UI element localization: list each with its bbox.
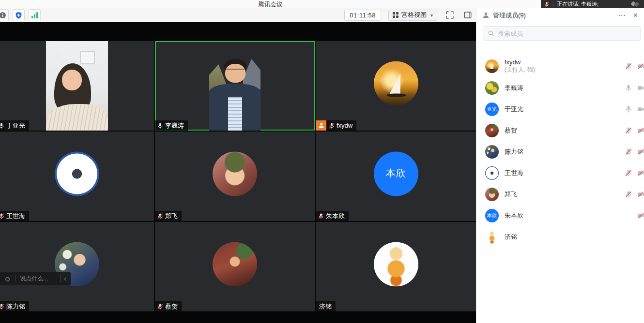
member-name: 济铭 <box>505 233 517 241</box>
member-name: 蔡贺 <box>505 127 517 134</box>
member-avatar <box>485 145 499 159</box>
meeting-window: 腾讯会议 正在讲话: 李巍涛; 01:11:58 宫格视图 ▾ <box>0 0 644 323</box>
close-panel-button[interactable]: ✕ <box>633 12 638 18</box>
side-panel-toggle-button[interactable] <box>462 10 473 20</box>
avatar: 本欣 <box>374 151 418 196</box>
video-feed <box>209 41 261 131</box>
mic-muted-icon <box>157 213 164 220</box>
members-panel: 管理成员(9) ⋯ ✕ fxydw (主持人, 我) <box>476 8 644 323</box>
divider <box>61 275 61 282</box>
meeting-logo-icon <box>630 1 641 7</box>
fullscreen-icon <box>445 11 454 19</box>
mic-muted-icon <box>157 303 164 310</box>
member-name: 于亚光 <box>505 105 523 113</box>
tile-name-label: 蔡贺 <box>155 301 182 311</box>
camera-icon[interactable] <box>637 106 644 113</box>
camera-muted-icon[interactable] <box>637 212 644 220</box>
member-row-zhubenxin[interactable]: 本欣 朱本欣 <box>476 205 644 226</box>
mic-muted-icon <box>328 122 335 129</box>
member-row-liweitao[interactable]: 李巍涛 <box>476 77 644 99</box>
camera-icon[interactable] <box>637 85 644 92</box>
camera-muted-icon[interactable] <box>637 148 644 156</box>
mic-muted-icon <box>544 1 550 7</box>
member-row-yuyaguang[interactable]: 亚光 于亚光 <box>476 99 644 120</box>
video-tile-wangshihai[interactable]: 王世海 <box>0 132 154 221</box>
tile-name-label: 朱本欣 <box>316 211 349 221</box>
mic-muted-icon[interactable] <box>625 169 632 177</box>
member-avatar <box>485 124 499 137</box>
info-icon <box>0 12 6 19</box>
member-row-caihe[interactable]: 蔡贺 <box>476 120 644 141</box>
chat-input[interactable]: 说点什么... <box>15 275 61 283</box>
video-tile-jiming[interactable]: 济铭 <box>316 222 476 311</box>
video-tile-zhengfei[interactable]: 郑飞 <box>155 132 315 221</box>
member-name: 朱本欣 <box>505 212 523 220</box>
mic-muted-icon[interactable] <box>625 127 632 134</box>
member-row-chenliming[interactable]: 陈力铭 <box>476 141 644 162</box>
camera-muted-icon[interactable] <box>637 191 644 198</box>
mic-on-icon[interactable] <box>625 84 632 92</box>
member-name: 陈力铭 <box>505 148 523 156</box>
tile-name-label: 济铭 <box>316 301 336 311</box>
divider <box>553 2 553 7</box>
view-mode-dropdown[interactable]: 宫格视图 ▾ <box>388 10 437 21</box>
meeting-security-button[interactable] <box>13 9 25 21</box>
video-tile-liweitao[interactable]: 李巍涛 <box>155 41 315 131</box>
mic-on-icon[interactable] <box>625 105 632 113</box>
member-avatar <box>485 230 499 244</box>
search-icon <box>488 30 494 37</box>
video-tile-caihe[interactable]: 蔡贺 <box>155 222 315 311</box>
tile-name-label: 郑飞 <box>155 211 182 221</box>
member-row-zhengfei[interactable]: 郑飞 <box>476 184 644 205</box>
emoji-icon[interactable]: ☺ <box>4 275 11 283</box>
meeting-timer: 01:11:58 <box>344 10 381 21</box>
video-stage: 于亚光 李巍涛 fxydw <box>0 22 476 323</box>
toolbar: 01:11:58 宫格视图 ▾ <box>0 8 476 22</box>
more-options-button[interactable]: ⋯ <box>618 12 626 19</box>
member-row-wangshihai[interactable]: 王世海 <box>476 162 644 184</box>
member-row-fxydw[interactable]: fxydw (主持人, 我) <box>476 55 644 77</box>
tile-name-label: 于亚光 <box>0 120 29 131</box>
mic-muted-icon[interactable] <box>625 148 632 156</box>
mic-muted-icon[interactable] <box>625 191 632 198</box>
camera-muted-icon[interactable] <box>637 170 644 177</box>
members-panel-title: 管理成员(9) <box>493 11 618 20</box>
video-tile-chenliming[interactable]: 陈力铭 <box>0 222 154 311</box>
search-input[interactable] <box>498 30 636 37</box>
panel-layout-icon <box>463 11 472 19</box>
fullscreen-button[interactable] <box>445 10 455 20</box>
tile-name-label: 李巍涛 <box>155 120 188 131</box>
speaking-now-text: 正在讲话: 李巍涛; <box>557 0 627 8</box>
member-avatar <box>485 188 499 201</box>
video-tile-yuyaguang[interactable]: 于亚光 <box>0 41 154 131</box>
video-tile-zhubenxin[interactable]: 本欣 朱本欣 <box>316 132 476 221</box>
member-avatar <box>485 81 499 95</box>
avatar <box>213 151 257 196</box>
mic-muted-icon <box>318 213 324 220</box>
host-badge-icon <box>316 120 326 131</box>
view-mode-label: 宫格视图 <box>401 11 427 19</box>
member-name: 李巍涛 <box>505 84 523 92</box>
meeting-info-button[interactable] <box>0 9 9 21</box>
camera-muted-icon[interactable] <box>637 127 644 134</box>
avatar <box>374 61 418 105</box>
mic-muted-icon[interactable] <box>625 62 632 70</box>
collapse-chevron-icon[interactable]: ‹ <box>64 275 66 282</box>
network-quality-button[interactable] <box>29 9 41 21</box>
mic-on-icon <box>0 122 5 129</box>
camera-muted-icon[interactable] <box>637 62 644 70</box>
member-row-jiming[interactable]: 济铭 <box>476 226 644 248</box>
members-panel-header: 管理成员(9) ⋯ ✕ <box>476 8 644 22</box>
member-list: fxydw (主持人, 我) 李巍涛 亚光 于亚光 <box>476 55 644 248</box>
speaking-status-bar: 正在讲话: 李巍涛; <box>541 0 644 8</box>
member-avatar <box>485 166 499 180</box>
member-name: 王世海 <box>505 169 523 177</box>
member-name: fxydw <box>505 59 535 66</box>
video-tile-fxydw[interactable]: fxydw <box>316 41 476 131</box>
member-avatar: 亚光 <box>485 103 499 116</box>
app-title: 腾讯会议 <box>0 0 541 8</box>
member-role: (主持人, 我) <box>505 66 535 73</box>
member-search-box[interactable] <box>483 26 641 41</box>
member-avatar <box>485 59 499 73</box>
quick-chat-bar[interactable]: ☺ 说点什么... ‹ <box>0 272 71 285</box>
